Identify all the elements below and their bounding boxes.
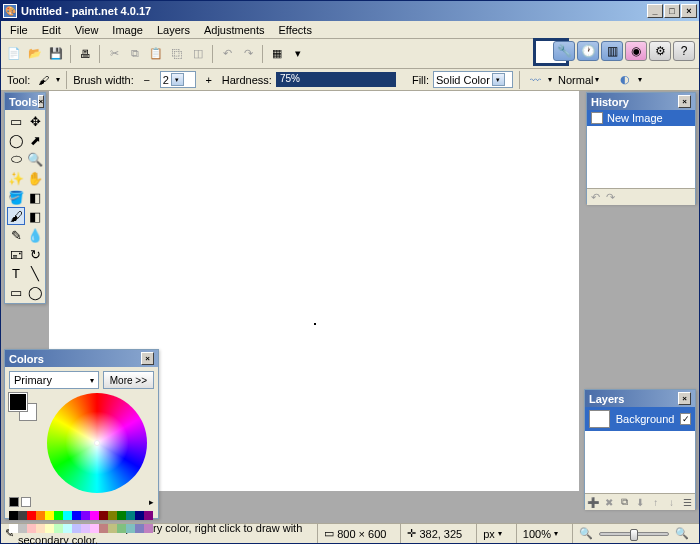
tool-pan[interactable]: ✋ [26,169,44,187]
brush-decrease-button[interactable]: − [138,71,156,89]
layers-panel-close[interactable]: × [678,392,691,405]
layer-item[interactable]: Background ✓ [585,407,695,431]
history-undo-button[interactable]: ↶ [591,191,600,204]
palette-cell[interactable] [18,511,27,520]
zoom-slider-thumb[interactable] [630,529,638,541]
tool-text[interactable]: T [7,264,25,282]
mini-swatch-black[interactable] [9,497,19,507]
copy-button[interactable]: ⧉ [126,45,144,63]
palette-cell[interactable] [36,511,45,520]
delete-layer-button[interactable]: ✖ [603,495,615,509]
menu-edit[interactable]: Edit [35,22,68,38]
palette-cell[interactable] [72,511,81,520]
color-wheel[interactable] [47,393,147,493]
new-button[interactable]: 📄 [5,45,23,63]
palette-cell[interactable] [18,524,27,533]
save-button[interactable]: 💾 [47,45,65,63]
tool-dropdown-arrow[interactable]: ▾ [56,75,60,84]
merge-layer-button[interactable]: ⬇ [634,495,646,509]
layers-panel-header[interactable]: Layers × [585,390,695,407]
settings-button[interactable]: ⚙ [649,41,671,61]
zoom-in-button[interactable]: 🔍 [675,527,689,540]
palette-menu-icon[interactable]: ▸ [149,497,154,507]
color-mode-dropdown[interactable]: Primary ▾ [9,371,99,389]
layer-properties-button[interactable]: ☰ [681,495,693,509]
menu-image[interactable]: Image [105,22,150,38]
palette-cell[interactable] [135,511,144,520]
history-panel-header[interactable]: History × [587,93,695,110]
brush-width-input[interactable]: 2 ▾ [160,71,196,88]
tool-ellipse-select[interactable]: ⬭ [7,150,25,168]
help-button[interactable]: ? [673,41,695,61]
tool-line[interactable]: ╲ [26,264,44,282]
tool-zoom[interactable]: 🔍 [26,150,44,168]
tool-rectangle-select[interactable]: ▭ [7,112,25,130]
hardness-slider[interactable]: 75% [276,72,396,87]
tool-paintbrush[interactable]: 🖌 [7,207,25,225]
ruler-button[interactable]: ▾ [289,45,307,63]
menu-adjustments[interactable]: Adjustments [197,22,272,38]
tool-pencil[interactable]: ✎ [7,226,25,244]
tool-eraser[interactable]: ◧ [26,207,44,225]
blend-mode-dropdown[interactable]: Normal ▾ [556,71,612,88]
palette-cell[interactable] [108,511,117,520]
menu-effects[interactable]: Effects [272,22,319,38]
tool-clone-stamp[interactable]: 🖃 [7,245,25,263]
palette-cell[interactable] [99,524,108,533]
tool-move-selected[interactable]: ✥ [26,112,44,130]
move-layer-up-button[interactable]: ↑ [650,495,662,509]
grid-button[interactable]: ▦ [268,45,286,63]
close-button[interactable]: × [681,4,697,18]
tool-lasso[interactable]: ◯ [7,131,25,149]
move-layer-down-button[interactable]: ↓ [666,495,678,509]
tool-move-selection[interactable]: ⬈ [26,131,44,149]
history-redo-button[interactable]: ↷ [606,191,615,204]
fill-dropdown-arrow[interactable]: ▾ [492,73,505,86]
tool-gradient[interactable]: ◧ [26,188,44,206]
palette-cell[interactable] [108,524,117,533]
palette-cell[interactable] [144,524,153,533]
colors-more-button[interactable]: More >> [103,371,154,389]
colors-panel-header[interactable]: Colors × [5,350,158,367]
history-panel-toggle[interactable]: 🕐 [577,41,599,61]
undo-button[interactable]: ↶ [218,45,236,63]
menu-file[interactable]: File [3,22,35,38]
palette-cell[interactable] [126,511,135,520]
tool-magic-wand[interactable]: ✨ [7,169,25,187]
duplicate-layer-button[interactable]: ⧉ [619,495,631,509]
layer-visibility-checkbox[interactable]: ✓ [680,413,691,425]
palette-cell[interactable] [81,511,90,520]
palette-cell[interactable] [9,511,18,520]
palette-cell[interactable] [9,524,18,533]
overwrite-button[interactable]: ◐ [616,71,634,89]
history-panel-close[interactable]: × [678,95,691,108]
fg-bg-swatches[interactable] [9,393,37,493]
layers-panel-toggle[interactable]: ▥ [601,41,623,61]
palette-cell[interactable] [36,524,45,533]
menu-layers[interactable]: Layers [150,22,197,38]
mini-swatch-white[interactable] [21,497,31,507]
tools-panel-header[interactable]: Tools × [5,93,45,110]
zoom-slider[interactable] [599,532,669,536]
redo-button[interactable]: ↷ [239,45,257,63]
unit-section[interactable]: px ▾ [476,524,508,543]
palette-cell[interactable] [90,511,99,520]
palette-cell[interactable] [63,511,72,520]
palette-cell[interactable] [27,511,36,520]
palette-cell[interactable] [27,524,36,533]
palette-cell[interactable] [144,511,153,520]
foreground-color-swatch[interactable] [9,393,27,411]
print-button[interactable]: 🖶 [76,45,94,63]
antialias-dropdown[interactable]: ▾ [548,75,552,84]
palette-cell[interactable] [45,524,54,533]
deselect-button[interactable]: ◫ [189,45,207,63]
palette-cell[interactable] [117,524,126,533]
tool-recolor[interactable]: ↻ [26,245,44,263]
colors-panel-close[interactable]: × [141,352,154,365]
palette-cell[interactable] [126,524,135,533]
brush-width-dropdown[interactable]: ▾ [171,73,184,86]
palette-cell[interactable] [90,524,99,533]
fill-dropdown[interactable]: Solid Color ▾ [433,71,513,88]
current-tool-icon[interactable]: 🖌 [34,71,52,89]
paste-button[interactable]: 📋 [147,45,165,63]
